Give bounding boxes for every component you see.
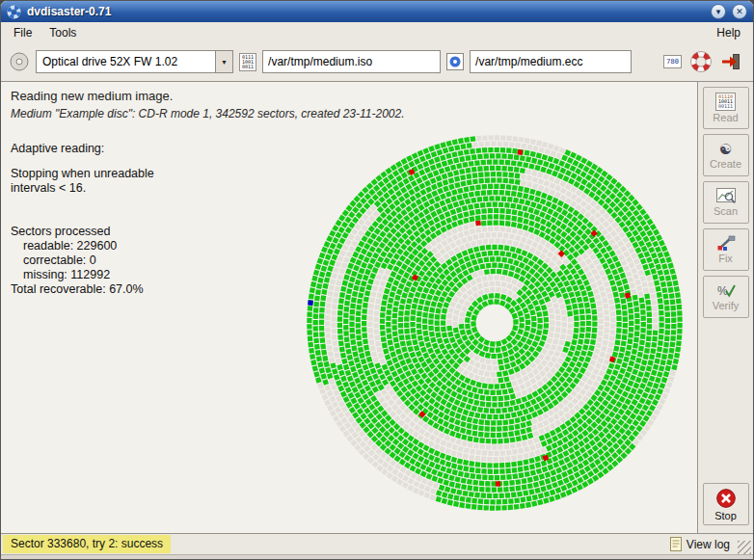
verify-check-icon: % (716, 282, 736, 299)
action-sidebar: 01110 10011 00111 Read ☯ Create (697, 82, 753, 533)
yin-yang-icon: ☯ (719, 142, 732, 157)
app-icon (7, 5, 21, 19)
minimize-button[interactable]: ▾ (711, 4, 726, 19)
titlebar[interactable]: dvdisaster-0.71 ▾ ✕ (1, 1, 753, 22)
menu-help[interactable]: Help (708, 24, 749, 41)
correctable-count: correctable: 0 (11, 253, 154, 268)
help-lifesaver-icon[interactable] (690, 51, 712, 72)
chevron-down-icon[interactable]: ▼ (215, 51, 232, 72)
view-log-label: View log (687, 538, 730, 551)
log-document-icon (670, 537, 683, 551)
fix-button[interactable]: Fix (703, 228, 749, 271)
image-file-icon: 0111 1001 0011 (239, 53, 256, 71)
resize-grip[interactable] (738, 541, 751, 554)
ecc-file-icon (446, 53, 464, 70)
statusbar: Sector 333680, try 2: success View log (1, 533, 753, 554)
read-binary-icon: 01110 10011 00111 (715, 93, 736, 111)
scan-button[interactable]: Scan (703, 181, 749, 224)
menu-tools[interactable]: Tools (40, 24, 85, 41)
fix-tools-icon (716, 235, 736, 252)
ecc-path-input[interactable] (470, 50, 632, 73)
read-button[interactable]: 01110 10011 00111 Read (703, 87, 749, 129)
stopping-line-1: Stopping when unreadable (11, 167, 154, 181)
drive-select-value: Optical drive 52X FW 1.02 (37, 51, 215, 72)
toolbar: Optical drive 52X FW 1.02 ▼ 0111 1001 00… (1, 42, 753, 82)
create-label: Create (710, 158, 741, 170)
main-area: Reading new medium image. Medium "Exampl… (1, 82, 697, 533)
page-head: Reading new medium image. Medium "Exampl… (1, 82, 697, 120)
verify-button[interactable]: % Verify (703, 276, 749, 318)
stopping-line-2: intervals < 16. (11, 181, 154, 196)
page-title: Reading new medium image. (11, 89, 687, 103)
stop-button[interactable]: Stop (703, 483, 749, 525)
readable-count: readable: 229600 (11, 239, 154, 253)
stop-icon (715, 488, 737, 509)
drive-select[interactable]: Optical drive 52X FW 1.02 ▼ (36, 50, 233, 73)
reading-content: Adaptive reading: Stopping when unreadab… (1, 120, 697, 533)
iso-path-input[interactable] (262, 50, 441, 73)
medium-description: Medium "Example disc": CD-R mode 1, 3425… (11, 107, 687, 120)
reading-info-panel: Adaptive reading: Stopping when unreadab… (11, 142, 154, 297)
preferences-icon[interactable]: 780 (663, 55, 682, 68)
window-title: dvdisaster-0.71 (27, 5, 111, 18)
read-label: Read (713, 112, 738, 123)
window-body: Reading new medium image. Medium "Exampl… (1, 82, 753, 533)
scan-label: Scan (714, 205, 738, 217)
create-button[interactable]: ☯ Create (703, 134, 749, 176)
missing-count: missing: 112992 (11, 268, 154, 282)
scan-chart-icon (716, 188, 736, 204)
fix-label: Fix (718, 253, 733, 264)
toolbar-right-group: 780 (663, 51, 745, 72)
disc-spiral (296, 120, 693, 535)
status-message: Sector 333680, try 2: success (3, 535, 171, 553)
view-log-button[interactable]: View log (670, 537, 730, 551)
adaptive-reading-label: Adaptive reading: (11, 142, 154, 156)
total-recoverable: Total recoverable: 67.0% (11, 282, 154, 297)
drive-icon[interactable] (9, 51, 30, 72)
quit-exit-icon[interactable] (720, 52, 741, 71)
stop-label: Stop (714, 510, 737, 521)
sectors-processed-label: Sectors processed (11, 225, 154, 239)
verify-label: Verify (713, 300, 740, 311)
close-button[interactable]: ✕ (732, 4, 747, 19)
menu-file[interactable]: File (5, 24, 40, 41)
menubar: File Tools Help (1, 22, 753, 42)
window-frame-bottom (1, 554, 753, 559)
app-window: dvdisaster-0.71 ▾ ✕ File Tools Help Opti… (0, 0, 754, 560)
